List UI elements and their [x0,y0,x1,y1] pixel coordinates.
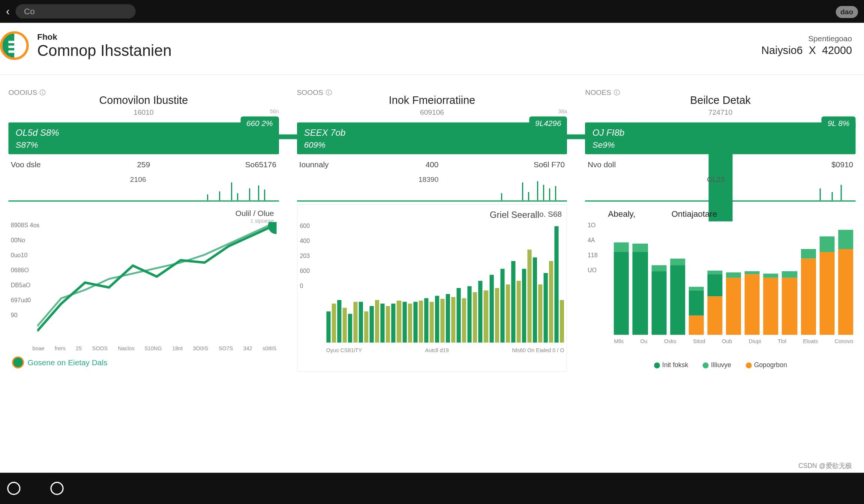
spark-value: GL23 [707,175,724,183]
svg-rect-12 [549,188,550,200]
svg-rect-3 [237,193,238,200]
nav-circle-icon[interactable] [7,482,20,495]
back-icon[interactable]: ‹ [6,5,10,18]
kpi-title: Inok Fmeiorratiine [297,94,567,107]
x-axis-labels: Oyus CS81iTYAutcll d19Nls60 On Eialed 0 … [326,347,564,353]
svg-point-17 [268,222,276,234]
kpi-subtitle: 16010 [8,108,279,116]
kpi-band-line1: SEEX 7ob [304,127,560,137]
x-axis-labels: MllsOuOsksSitodOubDiupiTlolEloatsConovo [614,338,853,344]
header-stats: Spentiegoao Naiysio6 X 42000 [761,34,852,57]
kpi-sparkline: GL23 [585,175,856,201]
kpi-data-row: Voo dsle259So65176 [8,154,279,175]
chart-title-left: Abealy, [608,209,635,219]
kpi-label: NOOES [585,88,611,96]
watermark-text: CSDN @爱欲无极 [798,461,852,470]
svg-rect-16 [841,185,842,201]
dashboard-page: Fhok Comnop Ihsstanien Spentiegoao Naiys… [0,23,864,473]
kpi-corner: 56n [270,109,279,115]
stacked-chart-plot [614,226,853,335]
kpi-r3: So6l F70 [476,160,565,169]
kpi-corner: 38a [558,109,567,115]
kpi-sparkline: 18390 [297,175,567,201]
nav-circle-icon[interactable] [50,482,63,495]
kpi-band-line1: OJ FI8b [592,127,849,137]
svg-rect-14 [820,188,821,200]
kpi-sparkline: 2106 [8,175,279,201]
kpi-data-row: Iounnaly400So6l F70 [297,154,567,175]
header-pill[interactable]: dao [836,6,858,18]
bar-chart-plot [326,226,564,342]
url-input[interactable]: Co [16,4,136,18]
brand-small-text: Fhok [37,32,171,41]
kpi-card-2: SOOOSi Inok Fmeiorratiine609106 38a 9L42… [297,88,567,201]
chart-title: Griel Seerall [490,209,539,219]
svg-rect-2 [231,182,232,200]
kpi-r2: 400 [388,160,476,169]
page-header: Fhok Comnop Ihsstanien Spentiegoao Naiys… [0,23,864,75]
footer-logo-icon [12,356,24,368]
kpi-r1: Voo dsle [11,160,99,169]
header-stat-mid: Naiysio6 [761,44,802,56]
line-chart-card: Oulil / Olue1 stpoeae 8908S 4os00No0uo10… [8,204,279,372]
kpi-band-line2: 609% [304,140,560,150]
kpi-r1: Iounnaly [299,160,388,169]
kpi-band-line2: S87% [16,140,272,150]
kpi-r2: 259 [99,160,188,169]
svg-rect-13 [555,186,556,200]
bar-chart-card: Griel Seerallo. S68 6004002036000 Oyus C… [297,204,567,372]
kpi-r1: Nvo doll [588,160,676,169]
kpi-title: Comovilon Ibustite [8,94,279,107]
kpi-label: SOOOS [297,88,323,96]
stacked-chart-card: Abealy,Ontiajaotare 1O4A118UO MllsOuOsks… [585,204,856,372]
chart-title-right: Ontiajaotare [671,209,717,219]
kpi-subtitle: 609106 [297,108,567,116]
y-axis-labels: 6004002036000 [300,223,310,290]
chart-footer-link[interactable]: Gosene on Eietay Dals [12,356,107,368]
svg-rect-7 [501,193,502,200]
chart-legend: Init fokskIlliuvyeGopogrbon [585,361,856,368]
kpi-r3: So65176 [188,160,276,169]
band-connector [279,134,297,139]
header-stat-top: Spentiegoao [761,34,852,43]
svg-rect-6 [264,190,265,201]
info-icon[interactable]: i [40,89,46,95]
kpi-label: OOOIUS [8,88,37,96]
svg-rect-15 [832,192,833,200]
kpi-band: 660 2% OL5d S8% S87% [8,122,279,154]
kpi-card-3: NOOESi Beilce Detak724710 9L 8% OJ FI8b … [585,88,856,201]
line-chart-plot [37,222,276,343]
band-connector [567,134,585,139]
svg-rect-10 [537,181,538,200]
x-axis-labels: boaefrers25SOOSNaclos510NG18nt3O0ISSO7S3… [32,346,276,352]
kpi-band-chip: 9L 8% [822,116,856,130]
brand-logo-icon [0,31,29,60]
info-icon[interactable]: i [326,89,332,95]
browser-top-bar: ‹ Co dao [0,0,864,23]
svg-rect-8 [522,182,524,200]
svg-rect-4 [249,188,250,200]
y-axis-labels: 1O4A118UO [588,222,598,274]
info-icon[interactable]: i [614,89,620,95]
svg-rect-9 [528,192,530,200]
brand-big-text: Comnop Ihsstanien [37,41,171,60]
chart-right-label: Oulil / Olue [236,209,274,218]
kpi-band-line1: OL5d S8% [16,127,272,137]
chart-right-val: o. S68 [539,209,562,218]
spark-value: 2106 [130,175,146,183]
svg-rect-0 [207,194,208,200]
kpi-band-chip: 660 2% [240,116,279,130]
kpi-card-1: OOOIUSi Comovilon Ibustite16010 56n 660 … [8,88,279,201]
footer-link-text: Gosene on Eietay Dals [28,358,108,367]
kpi-band: 9L4296 SEEX 7ob 609% [297,122,567,154]
kpi-row: OOOIUSi Comovilon Ibustite16010 56n 660 … [0,75,864,202]
charts-row: Oulil / Olue1 stpoeae 8908S 4os00No0uo10… [0,202,864,372]
system-nav-bar [0,473,864,504]
spark-value: 18390 [418,175,438,183]
svg-rect-11 [543,185,544,201]
kpi-subtitle: 724710 [585,108,856,116]
header-stat-sep: X [809,44,816,56]
kpi-title: Beilce Detak [585,94,856,107]
header-stat-val: 42000 [822,44,852,56]
y-axis-labels: 8908S 4os00No0uo100686ODB5aO697ud090 [11,222,40,319]
